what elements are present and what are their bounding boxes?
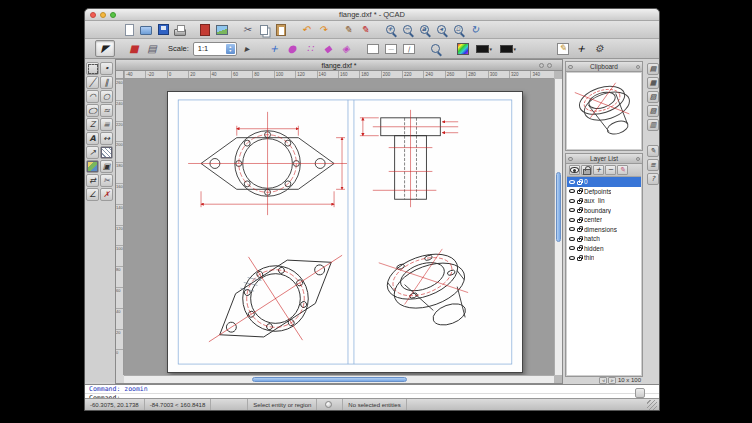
leader-tool[interactable]: ↗ — [86, 146, 99, 159]
grid-increase-button[interactable]: ▹ — [608, 377, 616, 384]
layer-lock-icon[interactable] — [577, 200, 582, 204]
toolbar-button[interactable] — [374, 22, 381, 38]
panel-close-icon[interactable] — [636, 65, 641, 70]
delete-tool[interactable]: ✗ — [100, 188, 113, 201]
measure-tool[interactable]: ∠ — [86, 188, 99, 201]
settings-wrench-button[interactable]: ⚙ — [591, 41, 607, 57]
text-tool[interactable]: A — [86, 132, 99, 145]
horizontal-scrollbar[interactable] — [124, 375, 554, 383]
layer-row-aux-lin[interactable]: aux_lin — [567, 196, 641, 206]
trim-tool[interactable]: ✂ — [100, 174, 113, 187]
parallel-tool[interactable]: ∥ — [100, 76, 113, 89]
spline-tool[interactable]: ≈ — [100, 104, 113, 117]
paste-button[interactable] — [273, 22, 289, 38]
grid-decrease-button[interactable]: ◃ — [599, 377, 607, 384]
arc-tool[interactable]: ◠ — [86, 90, 99, 103]
remove-layer-button[interactable]: − — [605, 165, 616, 175]
layer-visibility-icon[interactable] — [569, 256, 575, 260]
snap-center-button[interactable]: ◈ — [338, 41, 354, 57]
move-tool[interactable]: ⇄ — [86, 174, 99, 187]
red-pen-button[interactable]: ✎ — [357, 22, 373, 38]
layer-visibility-icon[interactable] — [569, 246, 575, 250]
add-layer-button[interactable]: + — [593, 165, 604, 175]
layer-panel-header[interactable]: Layer List — [566, 154, 642, 164]
scale-stepper-icon[interactable] — [226, 44, 235, 54]
restrict-horizontal-button[interactable]: — — [383, 41, 399, 57]
block-tool[interactable]: ▣ — [100, 160, 113, 173]
resize-grip[interactable] — [647, 400, 657, 410]
select-tool[interactable] — [86, 62, 99, 75]
toolbar-button[interactable] — [231, 22, 238, 38]
vertical-scroll-thumb[interactable] — [556, 172, 561, 242]
toggle-layer-visibility-button[interactable] — [569, 165, 580, 175]
previous-view-button[interactable]: ◂ — [433, 22, 449, 38]
layer-lock-icon[interactable] — [577, 190, 582, 194]
blocks-panel-toggle[interactable]: ▧ — [647, 91, 659, 103]
scale-menu-button[interactable]: ▸ — [239, 41, 255, 57]
image-tool[interactable] — [86, 160, 99, 173]
layer-lock-icon[interactable] — [577, 209, 582, 213]
panel-float-icon[interactable] — [568, 65, 573, 70]
auto-zoom-button[interactable]: a — [416, 22, 432, 38]
layer-row-thin[interactable]: thin — [567, 253, 641, 263]
layer-row-defpoints[interactable]: Defpoints — [567, 187, 641, 197]
toolbar-button[interactable] — [189, 22, 196, 38]
ellipse-tool[interactable]: ○ — [86, 104, 99, 117]
selection-pointer-button[interactable]: ◤ — [95, 40, 115, 57]
clipboard-panel-toggle[interactable]: ▥ — [647, 119, 659, 131]
zoom-pointer-button[interactable] — [428, 41, 444, 57]
line-tool[interactable]: ╱ — [86, 76, 99, 89]
panel-close-icon[interactable] — [636, 157, 641, 162]
print-button[interactable] — [172, 22, 188, 38]
vertical-scrollbar[interactable] — [554, 79, 562, 375]
toolbar-button[interactable] — [290, 22, 297, 38]
help-panel-toggle[interactable]: ? — [647, 173, 659, 185]
clipboard-panel-header[interactable]: Clipboard — [566, 62, 642, 72]
edit-layer-button[interactable]: ✎ — [617, 165, 628, 175]
toolbar-button[interactable] — [446, 41, 453, 57]
export-image-button[interactable] — [214, 22, 230, 38]
layer-visibility-icon[interactable] — [569, 208, 575, 212]
offset-tool[interactable]: ≡ — [100, 118, 113, 131]
toolbar-button[interactable] — [332, 22, 339, 38]
list-view-button[interactable]: ▤ — [144, 41, 160, 57]
new-file-button[interactable] — [121, 22, 137, 38]
layer-row-center[interactable]: center — [567, 215, 641, 225]
crosshair-button[interactable]: + — [573, 41, 589, 57]
minimize-window-button[interactable] — [100, 12, 106, 18]
drawing-canvas[interactable] — [124, 79, 554, 375]
dimension-tool[interactable]: ↔ — [100, 132, 113, 145]
redraw-button[interactable]: ↻ — [467, 22, 483, 38]
layer-lock-icon[interactable] — [577, 257, 582, 261]
panel-float-icon[interactable] — [568, 157, 573, 162]
open-file-button[interactable] — [138, 22, 154, 38]
snap-endpoint-button[interactable]: ◆ — [320, 41, 336, 57]
toolbar-button[interactable] — [356, 41, 363, 57]
layer-visibility-icon[interactable] — [569, 189, 575, 193]
pen-panel-toggle[interactable]: ✎ — [647, 145, 659, 157]
layer-visibility-icon[interactable] — [569, 218, 575, 222]
layer-lock-icon[interactable] — [577, 238, 582, 242]
layer-row-dimensions[interactable]: dimensions — [567, 225, 641, 235]
restrict-vertical-button[interactable]: | — [401, 41, 417, 57]
edit-pen-button[interactable]: ✎ — [340, 22, 356, 38]
point-tool[interactable]: • — [100, 62, 113, 75]
zoom-out-button[interactable]: − — [399, 22, 415, 38]
layer-row-boundary[interactable]: boundary — [567, 206, 641, 216]
draw-mode-button[interactable]: ✎ — [555, 41, 571, 57]
horizontal-scroll-thumb[interactable] — [252, 377, 407, 382]
library-panel-toggle[interactable]: ▨ — [647, 105, 659, 117]
save-button[interactable] — [155, 22, 171, 38]
layer-lock-icon[interactable] — [577, 219, 582, 223]
circle-tool[interactable]: ○ — [100, 90, 113, 103]
lock-layer-button[interactable] — [581, 165, 592, 175]
layer-row-0[interactable]: 0 — [567, 177, 641, 187]
toolbar-button[interactable] — [117, 41, 124, 57]
redo-button[interactable]: ↷ — [315, 22, 331, 38]
back-button[interactable]: ■ — [126, 41, 142, 57]
export-pdf-button[interactable] — [197, 22, 213, 38]
layer-visibility-icon[interactable] — [569, 227, 575, 231]
mdi-maximize-icon[interactable] — [547, 63, 552, 68]
layers-panel-toggle[interactable]: ▦ — [647, 77, 659, 89]
layer-lock-icon[interactable] — [577, 228, 582, 232]
